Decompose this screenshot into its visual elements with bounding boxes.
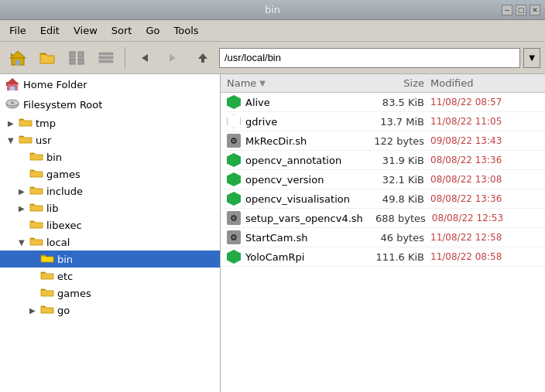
address-dropdown[interactable]: ▼	[523, 48, 540, 68]
sidebar-tree-item[interactable]: ▶ lib	[0, 199, 220, 216]
file-modified-cell: 09/08/22 13:43	[430, 135, 539, 146]
menu-file[interactable]: File	[3, 22, 33, 39]
sidebar-tree-item[interactable]: etc	[0, 268, 220, 285]
svg-point-22	[11, 102, 14, 104]
menu-sort[interactable]: Sort	[105, 22, 139, 39]
file-row[interactable]: opencv_annotation31.9 KiB08/08/22 13:36	[221, 151, 545, 170]
tree-item-label: include	[46, 186, 83, 197]
sidebar-tree-item[interactable]: ▶ tmp	[0, 114, 220, 131]
sidebar-tree-item[interactable]: ▶ go	[0, 302, 220, 319]
list-view-button[interactable]	[93, 46, 119, 70]
svg-rect-6	[78, 52, 84, 57]
folder-icon	[29, 235, 43, 249]
folder-icon	[29, 201, 43, 215]
menu-view[interactable]: View	[67, 22, 104, 39]
sidebar-tree-item[interactable]: games	[0, 285, 220, 302]
file-modified-cell: 08/08/22 13:36	[430, 193, 539, 204]
exec-icon	[227, 95, 241, 109]
home-small-icon	[5, 77, 20, 91]
filesystem-root-label: Filesystem Root	[23, 99, 102, 111]
back-arrow-icon	[137, 51, 151, 65]
file-row[interactable]: ⚙setup_vars_opencv4.sh688 bytes08/08/22 …	[221, 209, 545, 228]
minimize-button[interactable]: −	[502, 5, 512, 15]
file-modified-cell: 08/08/22 12:53	[432, 213, 539, 223]
close-button[interactable]: ✕	[530, 5, 540, 15]
svg-rect-8	[78, 59, 84, 64]
menu-tools[interactable]: Tools	[168, 22, 205, 39]
home-button[interactable]	[5, 46, 31, 70]
svg-rect-11	[99, 60, 113, 63]
new-folder-button[interactable]	[34, 46, 60, 70]
file-row[interactable]: YoloCamRpi111.6 KiB11/08/22 08:58	[221, 247, 545, 267]
expand-arrow-icon: ▶	[19, 204, 29, 213]
expand-arrow-icon: ▶	[19, 187, 29, 196]
file-size-cell: 688 bytes	[363, 213, 432, 224]
icon-view-button[interactable]	[63, 46, 90, 70]
file-size-cell: 111.6 KiB	[361, 251, 430, 263]
home-icon	[9, 49, 26, 66]
sidebar-tree-item[interactable]: ▼ local	[0, 233, 220, 251]
sidebar-tree-item[interactable]: ▼ usr	[0, 131, 220, 148]
file-name-cell: ⚙StartCam.sh	[227, 230, 361, 244]
file-row[interactable]: opencv_visualisation49.8 KiB08/08/22 13:…	[221, 189, 545, 209]
file-modified-cell: 11/08/22 12:58	[430, 232, 539, 243]
nav-up-button[interactable]	[190, 46, 216, 70]
menu-edit[interactable]: Edit	[34, 22, 66, 39]
folder-open-icon	[39, 49, 56, 66]
sidebar-filesystem-root[interactable]: Filesystem Root	[0, 94, 220, 114]
icon-view-icon	[69, 51, 84, 65]
tree-item-label: bin	[46, 152, 62, 163]
file-modified-cell: 11/08/22 08:58	[430, 251, 539, 262]
tree-item-label: usr	[36, 135, 51, 146]
menu-bar: File Edit View Sort Go Tools	[0, 20, 545, 42]
file-row[interactable]: opencv_version32.1 KiB08/08/22 13:08	[221, 170, 545, 189]
sidebar-tree-item[interactable]: bin	[0, 251, 220, 268]
expand-arrow-icon: ▶	[29, 306, 40, 315]
header-name[interactable]: Name ▼	[227, 77, 361, 89]
sidebar-tree-item[interactable]: games	[0, 165, 220, 182]
svg-marker-13	[170, 54, 176, 62]
tree-item-label: tmp	[36, 118, 56, 129]
file-size-cell: 122 bytes	[361, 135, 430, 147]
sidebar-tree-item[interactable]: ▶ include	[0, 182, 220, 199]
address-input[interactable]	[219, 48, 520, 68]
file-modified-cell: 11/08/22 08:57	[430, 97, 539, 107]
header-size[interactable]: Size	[361, 77, 430, 89]
file-row[interactable]: ⚙MkRecDir.sh122 bytes09/08/22 13:43	[221, 131, 545, 151]
file-row[interactable]: ⚙StartCam.sh46 bytes11/08/22 12:58	[221, 228, 545, 247]
svg-rect-3	[11, 56, 12, 59]
maximize-button[interactable]: □	[516, 5, 526, 15]
file-name-cell: opencv_annotation	[227, 153, 361, 167]
menu-go[interactable]: Go	[139, 22, 166, 39]
gear-icon: ⚙	[227, 211, 241, 225]
file-list: Name ▼ Size Modified Alive83.5 KiB11/08/…	[221, 74, 545, 392]
svg-rect-10	[99, 56, 113, 59]
nav-back-button[interactable]	[131, 46, 157, 70]
main-area: Home Folder Filesystem Root ▶ tmp▼ usr b…	[0, 74, 545, 392]
home-folder-label: Home Folder	[23, 79, 87, 90]
file-row[interactable]: Alive83.5 KiB11/08/22 08:57	[221, 93, 545, 112]
file-size-cell: 49.8 KiB	[361, 193, 430, 205]
disk-icon	[5, 97, 20, 111]
folder-icon	[29, 218, 43, 232]
expand-arrow-icon: ▼	[19, 238, 29, 247]
sidebar-tree-item[interactable]: libexec	[0, 216, 220, 233]
tree-item-label: go	[57, 305, 70, 316]
sidebar-home-folder[interactable]: Home Folder	[0, 74, 220, 94]
file-name-cell: ⚙MkRecDir.sh	[227, 134, 361, 148]
file-modified-cell: 08/08/22 13:08	[430, 174, 539, 185]
exec-icon	[227, 192, 241, 206]
svg-rect-7	[70, 59, 75, 64]
nav-forward-button[interactable]	[160, 46, 187, 70]
up-arrow-icon	[196, 51, 210, 65]
tree-item-label: local	[46, 237, 70, 248]
tree-item-label: games	[57, 288, 91, 299]
gear-icon: ⚙	[227, 230, 241, 244]
tree-item-label: libexec	[46, 220, 82, 231]
file-size-cell: 46 bytes	[361, 232, 430, 244]
sidebar-tree-item[interactable]: bin	[0, 148, 220, 165]
folder-icon	[40, 269, 54, 283]
window-title: bin	[43, 4, 502, 15]
header-modified[interactable]: Modified	[430, 77, 539, 89]
file-row[interactable]: gdrive13.7 MiB11/08/22 11:05	[221, 112, 545, 131]
